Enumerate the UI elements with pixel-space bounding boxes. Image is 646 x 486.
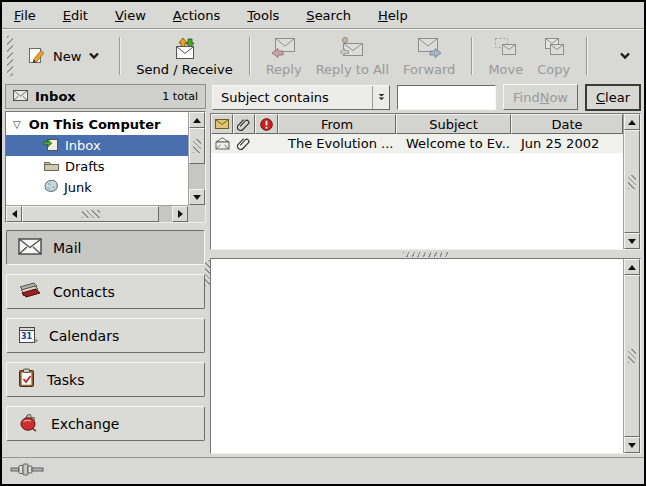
column-date[interactable]: Date xyxy=(511,114,623,134)
dropdown-arrow-icon xyxy=(372,86,389,109)
menu-search[interactable]: Search xyxy=(306,8,351,23)
scrollbar-track[interactable] xyxy=(159,206,172,222)
shortcut-label: Calendars xyxy=(49,328,119,344)
search-bar: Subject contains Find Now Clear xyxy=(212,84,641,110)
menu-edit[interactable]: Edit xyxy=(63,8,88,23)
toolbar-overflow-button[interactable] xyxy=(614,41,636,71)
scroll-up-button[interactable] xyxy=(624,259,640,275)
send-receive-button[interactable]: Send / Receive xyxy=(129,33,239,79)
copy-message-icon xyxy=(541,35,567,59)
preview-splitter[interactable] xyxy=(210,250,641,258)
tree-root-label: On This Computer xyxy=(29,117,161,132)
scroll-up-button[interactable] xyxy=(189,112,205,128)
menu-file[interactable]: File xyxy=(14,8,36,23)
move-button[interactable]: Move xyxy=(481,33,530,79)
preview-pane xyxy=(210,258,641,454)
reply-to-all-icon xyxy=(339,35,365,59)
envelope-column-icon xyxy=(215,119,229,129)
scroll-down-button[interactable] xyxy=(624,233,640,249)
paperclip-column-icon xyxy=(237,118,251,131)
search-input[interactable] xyxy=(397,85,496,110)
message-row[interactable]: The Evolution ... Welcome to Ev... Jun 2… xyxy=(211,134,623,153)
move-message-icon xyxy=(493,35,519,59)
scrollbar-thumb[interactable] xyxy=(624,130,640,233)
online-status-connector-icon[interactable] xyxy=(10,463,44,479)
tree-item-inbox[interactable]: Inbox xyxy=(6,135,188,156)
scrollbar-thumb[interactable] xyxy=(22,206,159,222)
folder-tree-hscrollbar xyxy=(6,205,188,222)
inbox-envelope-icon xyxy=(13,89,28,104)
message-subject: Welcome to Ev... xyxy=(396,136,511,151)
folder-tree-vscrollbar xyxy=(188,112,205,205)
scroll-down-button[interactable] xyxy=(624,437,640,453)
scrollbar-thumb[interactable] xyxy=(189,128,205,164)
message-list-empty-area xyxy=(211,153,623,249)
tree-item-junk[interactable]: Junk xyxy=(6,177,188,198)
menu-view[interactable]: View xyxy=(115,8,146,23)
mail-view: Subject contains Find Now Clear xyxy=(210,84,641,454)
reply-to-all-button[interactable]: Reply to All xyxy=(309,33,396,79)
column-status[interactable] xyxy=(211,114,233,134)
new-button[interactable]: New xyxy=(18,45,110,67)
column-from[interactable]: From xyxy=(278,114,396,134)
shortcut-bar: Mail Contacts xyxy=(5,230,206,441)
shortcut-label: Tasks xyxy=(47,372,85,388)
scrollbar-thumb[interactable] xyxy=(624,275,640,437)
scroll-down-button[interactable] xyxy=(189,189,205,205)
message-from: The Evolution ... xyxy=(278,136,396,151)
shortcut-label: Contacts xyxy=(53,284,115,300)
shortcut-mail-button[interactable]: Mail xyxy=(6,230,205,265)
column-attachment[interactable] xyxy=(233,114,255,134)
column-important[interactable] xyxy=(255,114,278,134)
menu-help[interactable]: Help xyxy=(378,8,408,23)
scrollbar-track[interactable] xyxy=(189,164,205,189)
tasks-clipboard-icon xyxy=(18,368,36,391)
svg-text:31: 31 xyxy=(21,331,33,340)
scrollbar-corner xyxy=(188,205,205,222)
clear-button[interactable]: Clear xyxy=(585,84,641,111)
status-bar xyxy=(2,457,644,484)
inbox-tray-icon xyxy=(43,137,60,155)
read-message-icon xyxy=(211,137,233,150)
menu-tools[interactable]: Tools xyxy=(247,8,279,23)
tree-item-label: Drafts xyxy=(65,159,105,174)
scroll-left-button[interactable] xyxy=(6,206,22,222)
search-criteria-dropdown[interactable]: Subject contains xyxy=(212,85,390,110)
preview-pane-body xyxy=(211,259,623,453)
toolbar-drag-handle[interactable] xyxy=(7,36,13,76)
find-now-button[interactable]: Find Now xyxy=(503,84,578,110)
message-list-header: From Subject Date xyxy=(211,114,623,134)
shortcut-label: Exchange xyxy=(51,416,119,432)
pane-splitter-vertical[interactable] xyxy=(205,260,210,286)
shortcut-calendars-button[interactable]: 31 Calendars xyxy=(6,318,205,353)
folder-title: Inbox xyxy=(35,89,76,104)
toolbar: New Send / Receive xyxy=(2,30,644,82)
chevron-down-icon[interactable] xyxy=(88,52,100,60)
important-column-icon xyxy=(260,118,273,131)
column-subject-label: Subject xyxy=(429,117,478,132)
tree-item-drafts[interactable]: Drafts xyxy=(6,156,188,177)
expander-triangle-icon[interactable]: ▽ xyxy=(13,120,21,130)
scroll-right-button[interactable] xyxy=(172,206,188,222)
forward-button[interactable]: Forward xyxy=(396,33,462,79)
send-receive-icon xyxy=(171,35,199,59)
reply-button[interactable]: Reply xyxy=(259,33,309,79)
shortcut-exchange-button[interactable]: Exchange xyxy=(6,406,205,441)
column-subject[interactable]: Subject xyxy=(396,114,511,134)
copy-label: Copy xyxy=(537,62,570,77)
copy-button[interactable]: Copy xyxy=(530,33,577,79)
toolbar-separator xyxy=(249,37,250,75)
tree-item-on-this-computer[interactable]: ▽ On This Computer xyxy=(6,114,188,135)
scroll-up-button[interactable] xyxy=(624,114,640,130)
evolution-main-window: File Edit View Actions Tools Search Help… xyxy=(0,0,646,486)
new-button-label: New xyxy=(53,49,81,64)
menu-actions[interactable]: Actions xyxy=(173,8,221,23)
message-list-vscrollbar xyxy=(623,114,640,249)
folder-title-bar: Inbox 1 total xyxy=(5,84,206,109)
shortcut-contacts-button[interactable]: Contacts xyxy=(6,274,205,309)
mail-icon xyxy=(18,238,42,258)
new-note-icon xyxy=(28,47,46,65)
reply-icon xyxy=(271,35,297,59)
tree-item-label: Inbox xyxy=(65,138,101,153)
shortcut-tasks-button[interactable]: Tasks xyxy=(6,362,205,397)
